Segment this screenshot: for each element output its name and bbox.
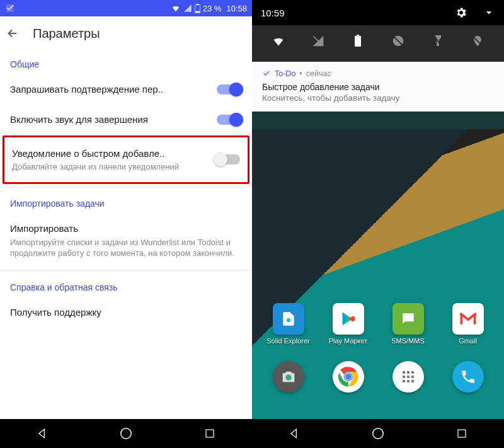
app-icon (273, 361, 304, 393)
notification-app-name: To-Do (275, 69, 295, 78)
setting-import[interactable]: Импортировать Импортируйте списки и зада… (0, 214, 252, 267)
battery-icon[interactable] (351, 34, 365, 48)
app-label: SMS/MMS (391, 337, 425, 345)
app-gmail[interactable]: Gmail (443, 303, 493, 345)
svg-point-18 (402, 371, 405, 374)
svg-point-13 (285, 375, 291, 381)
section-help-header: Справка и обратная связь (0, 273, 252, 297)
setting-completion-sound[interactable]: Включить звук для завершения (0, 105, 252, 135)
app-camera[interactable] (263, 361, 314, 393)
nav-recent-icon[interactable] (455, 427, 469, 440)
notification-card[interactable]: To-Do • сейчас Быстрое добавление задачи… (252, 62, 504, 112)
nav-home-icon[interactable] (119, 427, 133, 440)
svg-point-25 (406, 380, 410, 383)
location-icon[interactable] (471, 34, 484, 48)
page-title: Параметры (33, 26, 100, 41)
svg-rect-6 (355, 36, 361, 47)
toggle-sound[interactable] (217, 115, 242, 125)
setting-label: Уведомление о быстром добавле.. (12, 147, 207, 160)
app-icon (333, 303, 364, 335)
app-play-market[interactable]: Play Маркет (323, 303, 374, 345)
app-solid-explorer[interactable]: Solid Explorer (263, 303, 314, 345)
app-badge-icon (5, 3, 15, 13)
apps-row: Solid Explorer Play Маркет SMS/MMS Gmail (252, 303, 504, 345)
phone-homescreen: 10:59 (252, 0, 504, 448)
svg-point-23 (411, 376, 414, 379)
app-icon (392, 361, 424, 393)
flashlight-icon[interactable] (431, 34, 445, 48)
settings-icon[interactable] (455, 6, 467, 19)
expand-icon[interactable] (483, 6, 495, 19)
svg-point-12 (286, 318, 290, 323)
section-import-header: Импортировать задачи (0, 190, 252, 214)
wifi-icon (171, 4, 181, 13)
app-label: Play Маркет (329, 337, 368, 345)
notification-time: сейчас (306, 69, 331, 78)
appbar: Параметры (0, 16, 252, 50)
svg-point-3 (121, 428, 132, 439)
svg-point-21 (402, 376, 405, 379)
nav-home-icon[interactable] (371, 427, 385, 440)
toggle-confirm[interactable] (217, 84, 242, 95)
svg-point-20 (411, 371, 414, 374)
nav-back-icon[interactable] (287, 427, 301, 440)
phone-settings: 23 % 10:58 Параметры Общие Запрашивать п… (0, 0, 252, 448)
notification-shade: 10:59 (252, 0, 504, 62)
separator: • (299, 69, 302, 78)
wifi-icon[interactable] (272, 34, 285, 48)
app-icon (392, 303, 424, 335)
signal-icon (183, 4, 192, 13)
notification-title: Быстрое добавление задачи (262, 82, 494, 92)
svg-point-24 (402, 380, 405, 383)
setting-label: Запрашивать подтверждение пер.. (10, 83, 209, 96)
signal-icon[interactable] (311, 34, 325, 48)
battery-icon (195, 4, 200, 13)
divider (0, 270, 252, 271)
statusbar: 23 % 10:58 (0, 0, 252, 16)
back-icon[interactable] (5, 26, 20, 41)
app-icon (452, 303, 484, 335)
app-icon (273, 303, 304, 335)
setting-sublabel: Импортируйте списки и задачи из Wunderli… (10, 237, 242, 259)
app-icon (333, 361, 364, 393)
svg-point-19 (406, 371, 410, 374)
quick-settings-row (252, 25, 504, 62)
svg-rect-7 (357, 35, 359, 36)
battery-pct: 23 % (203, 4, 222, 13)
setting-sublabel: Добавляйте задачи из панели уведомлений (12, 161, 207, 173)
svg-point-27 (373, 428, 384, 439)
highlighted-setting: Уведомление о быстром добавле.. Добавляй… (3, 135, 249, 185)
nav-recent-icon[interactable] (203, 427, 217, 440)
app-label: Solid Explorer (266, 337, 309, 345)
android-navbar (252, 419, 504, 448)
svg-point-22 (406, 376, 410, 379)
clock: 10:59 (261, 8, 285, 18)
app-icon (452, 361, 484, 393)
svg-point-17 (345, 374, 352, 380)
apps-row (252, 361, 504, 393)
nav-back-icon[interactable] (35, 427, 49, 440)
app-drawer[interactable] (383, 361, 433, 393)
setting-confirm-delete[interactable]: Запрашивать подтверждение пер.. (0, 74, 252, 105)
svg-rect-28 (458, 430, 466, 437)
app-chrome[interactable] (323, 361, 374, 393)
setting-label: Получить поддержку (10, 306, 242, 319)
svg-point-26 (411, 380, 414, 383)
android-navbar (0, 419, 252, 448)
dnd-icon[interactable] (391, 34, 405, 48)
todo-app-icon (262, 69, 271, 78)
toggle-quick-add[interactable] (215, 154, 240, 164)
wallpaper: Solid Explorer Play Маркет SMS/MMS Gmail (252, 129, 504, 419)
app-phone[interactable] (443, 361, 493, 393)
app-label: Gmail (459, 337, 477, 345)
divider (0, 187, 252, 187)
setting-label: Включить звук для завершения (10, 113, 209, 126)
section-general-header: Общие (0, 50, 252, 74)
setting-support[interactable]: Получить поддержку (0, 297, 252, 323)
app-sms[interactable]: SMS/MMS (383, 303, 433, 345)
setting-label: Импортировать (10, 222, 242, 235)
svg-rect-1 (197, 4, 198, 5)
notification-body: Коснитесь, чтобы добавить задачу (262, 93, 494, 103)
clock: 10:58 (226, 4, 247, 13)
setting-quick-add-notification[interactable]: Уведомление о быстром добавле.. Добавляй… (4, 137, 248, 183)
